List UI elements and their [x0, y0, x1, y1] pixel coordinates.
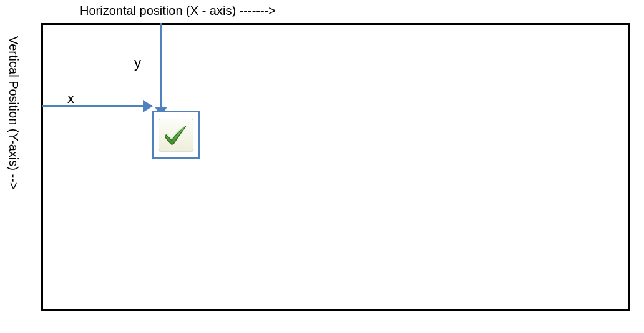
y-axis-arrow	[160, 23, 162, 116]
x-axis-title: Horizontal position (X - axis) ------->	[80, 4, 276, 18]
coordinate-canvas	[41, 23, 630, 311]
positioned-element-box	[152, 111, 200, 159]
y-axis-title: Vertical Position (Y-axis) -->	[6, 36, 21, 189]
x-marker-label: x	[67, 91, 74, 107]
x-axis-arrow	[42, 105, 152, 107]
checkmark-button[interactable]	[159, 119, 193, 151]
checkmark-icon	[163, 121, 189, 150]
y-marker-label: y	[134, 55, 141, 71]
